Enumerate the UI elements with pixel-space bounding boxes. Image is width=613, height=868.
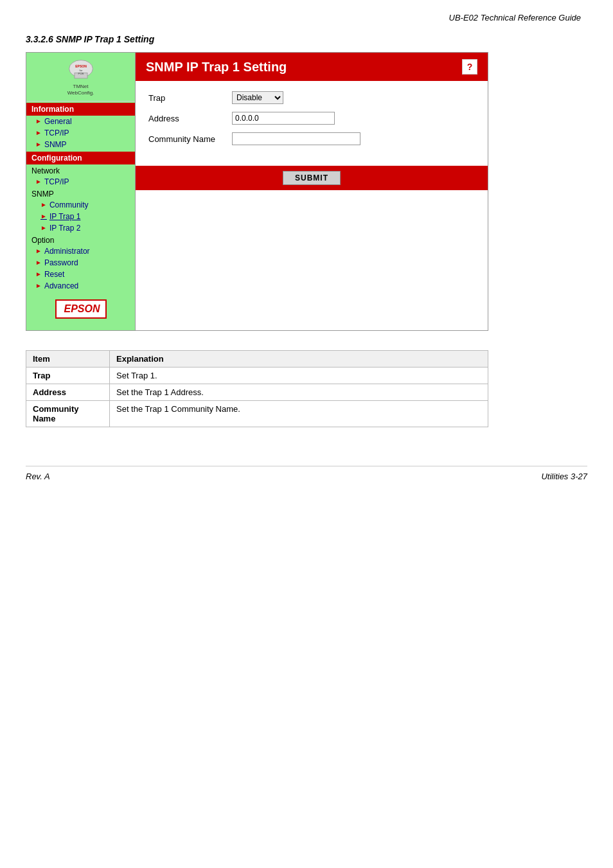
epson-logo: EPSON (55, 299, 107, 319)
table-row: TrapSet Trap 1. (26, 367, 488, 384)
network-label: Network (26, 164, 135, 176)
page-header: UB-E02 Technical Reference Guide (26, 13, 587, 22)
arrow-icon: ► (40, 224, 47, 231)
arrow-icon: ► (35, 247, 42, 254)
submit-button[interactable]: SUBMIT (283, 171, 341, 185)
main-content: SNMP IP Trap 1 Setting ? Trap Disable En… (136, 53, 488, 330)
sidebar-item-snmp[interactable]: ► SNMP (26, 139, 135, 150)
address-label: Address (148, 114, 232, 123)
tmnet-webconfig-label: TMNet WebConfig. (67, 84, 94, 97)
section-title: 3.3.2.6 SNMP IP Trap 1 Setting (26, 34, 587, 44)
submit-bar: SUBMIT (136, 166, 488, 190)
col-explanation: Explanation (110, 350, 488, 367)
trap-row: Trap Disable Enable (148, 91, 475, 104)
arrow-icon: ► (35, 141, 42, 148)
table-row: Community NameSet the Trap 1 Community N… (26, 400, 488, 427)
table-cell-item: Address (26, 384, 110, 400)
trap-label: Trap (148, 93, 232, 103)
option-label: Option (26, 234, 135, 245)
main-title: SNMP IP Trap 1 Setting (146, 60, 287, 75)
svg-text:EPSON: EPSON (75, 64, 87, 68)
svg-text:POS: POS (78, 72, 84, 75)
community-row: Community Name (148, 132, 475, 145)
arrow-icon: ► (35, 118, 42, 125)
sidebar-item-iptrap1[interactable]: ► IP Trap 1 (26, 211, 135, 222)
sidebar-item-password[interactable]: ► Password (26, 257, 135, 269)
sidebar-item-community[interactable]: ► Community (26, 199, 135, 211)
snmp-label: SNMP (26, 188, 135, 199)
sidebar-item-reset[interactable]: ► Reset (26, 269, 135, 280)
footer-right: Utilities 3-27 (541, 472, 587, 481)
community-name-label: Community Name (148, 134, 232, 144)
arrow-icon: ► (35, 178, 42, 185)
sidebar-item-advanced[interactable]: ► Advanced (26, 280, 135, 292)
table-cell-explanation: Set the Trap 1 Community Name. (110, 400, 488, 427)
main-header: SNMP IP Trap 1 Setting ? (136, 53, 488, 81)
configuration-header: Configuration (26, 152, 135, 164)
sidebar-item-administrator[interactable]: ► Administrator (26, 245, 135, 257)
sidebar-item-config-tcpip[interactable]: ► TCP/IP (26, 176, 135, 188)
address-input[interactable] (232, 112, 335, 125)
page-footer: Rev. A Utilities 3-27 (26, 466, 587, 481)
trap-select[interactable]: Disable Enable (232, 91, 283, 104)
table-cell-explanation: Set the Trap 1 Address. (110, 384, 488, 400)
help-button[interactable]: ? (462, 59, 477, 75)
sidebar-item-general[interactable]: ► General (26, 116, 135, 127)
information-header: Information (26, 103, 135, 116)
arrow-icon: ► (35, 129, 42, 136)
sidebar: EPSON for POS TMNet WebConfig. Informati… (26, 53, 136, 330)
col-item: Item (26, 350, 110, 367)
arrow-icon: ► (35, 282, 42, 289)
printer-icon: EPSON for POS (65, 58, 97, 82)
table-cell-item: Community Name (26, 400, 110, 427)
table-cell-item: Trap (26, 367, 110, 384)
table-cell-explanation: Set Trap 1. (110, 367, 488, 384)
info-table: Item Explanation TrapSet Trap 1.AddressS… (26, 350, 488, 427)
arrow-icon: ► (35, 270, 42, 278)
sidebar-item-iptrap2[interactable]: ► IP Trap 2 (26, 222, 135, 234)
address-row: Address (148, 112, 475, 125)
sidebar-logo: EPSON for POS TMNet WebConfig. (26, 53, 135, 102)
arrow-icon: ► (40, 201, 47, 208)
ui-container: EPSON for POS TMNet WebConfig. Informati… (26, 52, 488, 331)
arrow-icon: ► (40, 213, 47, 220)
form-area: Trap Disable Enable Address Community Na… (136, 81, 488, 163)
footer-left: Rev. A (26, 472, 50, 481)
arrow-icon: ► (35, 259, 42, 266)
sidebar-item-tcpip[interactable]: ► TCP/IP (26, 127, 135, 139)
community-name-input[interactable] (232, 132, 360, 145)
table-row: AddressSet the Trap 1 Address. (26, 384, 488, 400)
